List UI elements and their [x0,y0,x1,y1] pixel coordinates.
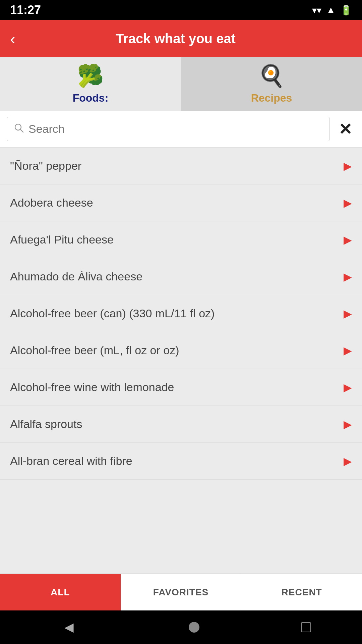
food-item-7[interactable]: Alfalfa sprouts ▶ [0,406,362,443]
food-item-4[interactable]: Alcohol-free beer (can) (330 mL/11 fl oz… [0,295,362,332]
search-wrapper[interactable] [7,117,330,141]
arrow-icon-6: ▶ [344,381,352,394]
arrow-icon-8: ▶ [344,455,352,468]
header: ‹ Track what you eat [0,20,362,57]
arrow-icon-2: ▶ [344,233,352,246]
recipes-icon: 🍳 [258,63,285,89]
arrow-icon-0: ▶ [344,160,352,172]
bottom-tab-favorites-label: FAVORITES [153,587,209,598]
food-item-0[interactable]: "Ñora" pepper ▶ [0,148,362,184]
nav-back-button[interactable]: ◀ [51,617,87,638]
clear-button[interactable]: ✕ [335,120,355,139]
tab-foods[interactable]: 🥦 Foods: [0,57,181,111]
food-name-0: "Ñora" pepper [10,159,81,172]
bottom-tab-bar: ALL FAVORITES RECENT [0,574,362,610]
tab-bar: 🥦 Foods: 🍳 Recipes [0,57,362,111]
battery-icon: 🔋 [340,5,352,16]
food-name-2: Afuega'l Pitu cheese [10,233,114,246]
status-bar: 11:27 ▾▾ ▲ 🔋 [0,0,362,20]
arrow-icon-1: ▶ [344,197,352,209]
food-item-6[interactable]: Alcohol-free wine with lemonade ▶ [0,369,362,406]
bottom-tab-favorites[interactable]: FAVORITES [121,574,242,610]
arrow-icon-4: ▶ [344,307,352,320]
status-time: 11:27 [10,3,41,17]
food-item-3[interactable]: Ahumado de Áliva cheese ▶ [0,258,362,295]
foods-icon: 🥦 [77,63,104,89]
status-icons: ▾▾ ▲ 🔋 [312,5,352,16]
food-item-8[interactable]: All-bran cereal with fibre ▶ [0,443,362,480]
food-name-7: Alfalfa sprouts [10,418,82,431]
tab-recipes[interactable]: 🍳 Recipes [181,57,362,111]
back-button[interactable]: ‹ [10,30,15,48]
nav-bar: ◀ [0,610,362,644]
bottom-tab-recent-label: RECENT [282,587,322,598]
svg-line-1 [20,129,23,132]
food-list: "Ñora" pepper ▶ Adobera cheese ▶ Afuega'… [0,148,362,574]
food-name-3: Ahumado de Áliva cheese [10,270,142,283]
search-bar: ✕ [0,111,362,148]
bottom-tab-recent[interactable]: RECENT [241,574,362,610]
tab-foods-label: Foods: [73,92,109,104]
arrow-icon-5: ▶ [344,344,352,357]
food-name-4: Alcohol-free beer (can) (330 mL/11 fl oz… [10,307,215,320]
food-name-1: Adobera cheese [10,196,93,209]
tab-recipes-label: Recipes [251,92,292,104]
page-title: Track what you eat [22,31,329,46]
food-item-1[interactable]: Adobera cheese ▶ [0,184,362,221]
arrow-icon-7: ▶ [344,418,352,431]
nav-home-button[interactable] [189,622,199,633]
search-icon [14,123,24,135]
bottom-tab-all-label: ALL [51,587,70,598]
food-item-2[interactable]: Afuega'l Pitu cheese ▶ [0,221,362,258]
bottom-tab-all[interactable]: ALL [0,574,121,610]
food-item-5[interactable]: Alcohol-free beer (mL, fl oz or oz) ▶ [0,332,362,369]
wifi-icon: ▾▾ [312,5,321,16]
food-name-5: Alcohol-free beer (mL, fl oz or oz) [10,344,179,357]
signal-icon: ▲ [326,5,336,15]
food-name-6: Alcohol-free wine with lemonade [10,381,174,394]
arrow-icon-3: ▶ [344,270,352,283]
nav-recents-button[interactable] [301,622,311,632]
food-name-8: All-bran cereal with fibre [10,454,132,468]
search-input[interactable] [28,122,323,136]
